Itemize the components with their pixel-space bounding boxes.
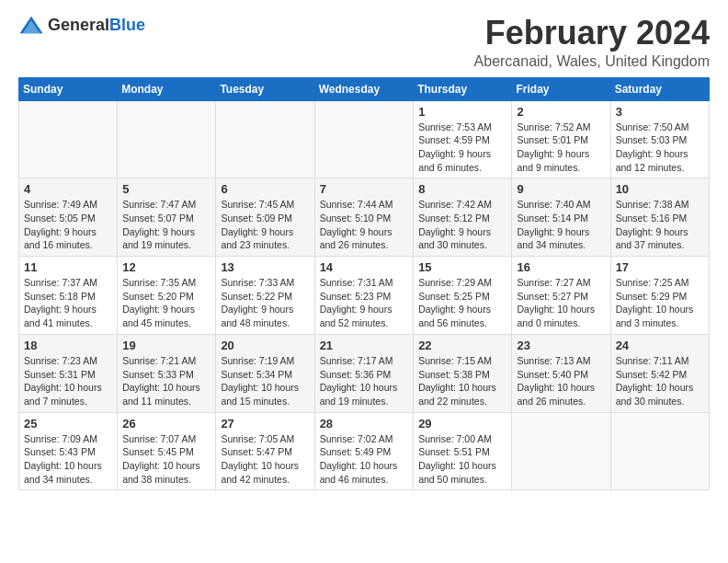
- calendar-cell: [216, 100, 314, 178]
- logo-general-text: General: [48, 16, 109, 35]
- cell-info: Sunrise: 7:00 AM Sunset: 5:51 PM Dayligh…: [418, 432, 506, 487]
- cell-info: Sunrise: 7:44 AM Sunset: 5:10 PM Dayligh…: [320, 198, 409, 252]
- day-number: 7: [320, 182, 409, 196]
- calendar-cell: 12Sunrise: 7:35 AM Sunset: 5:20 PM Dayli…: [118, 257, 216, 335]
- calendar-cell: 10Sunrise: 7:38 AM Sunset: 5:16 PM Dayli…: [610, 178, 709, 257]
- cell-info: Sunrise: 7:35 AM Sunset: 5:20 PM Dayligh…: [122, 276, 210, 330]
- day-number: 21: [320, 339, 409, 352]
- cell-info: Sunrise: 7:19 AM Sunset: 5:34 PM Dayligh…: [221, 354, 309, 408]
- month-title: February 2024: [474, 15, 710, 52]
- calendar-cell: 11Sunrise: 7:37 AM Sunset: 5:18 PM Dayli…: [19, 257, 118, 335]
- day-number: 27: [221, 417, 309, 431]
- title-block: February 2024 Abercanaid, Wales, United …: [474, 15, 710, 70]
- calendar-cell: 1Sunrise: 7:53 AM Sunset: 4:59 PM Daylig…: [414, 100, 512, 178]
- cell-info: Sunrise: 7:37 AM Sunset: 5:18 PM Dayligh…: [24, 276, 112, 330]
- cell-info: Sunrise: 7:27 AM Sunset: 5:27 PM Dayligh…: [517, 276, 605, 330]
- cell-info: Sunrise: 7:49 AM Sunset: 5:05 PM Dayligh…: [24, 198, 112, 252]
- calendar-cell: 13Sunrise: 7:33 AM Sunset: 5:22 PM Dayli…: [216, 257, 314, 335]
- cell-info: Sunrise: 7:23 AM Sunset: 5:31 PM Dayligh…: [24, 354, 112, 408]
- day-number: 22: [418, 339, 506, 352]
- calendar-cell: 3Sunrise: 7:50 AM Sunset: 5:03 PM Daylig…: [610, 100, 709, 178]
- calendar-week-row: 1Sunrise: 7:53 AM Sunset: 4:59 PM Daylig…: [19, 100, 710, 178]
- day-number: 18: [24, 339, 112, 352]
- cell-info: Sunrise: 7:38 AM Sunset: 5:16 PM Dayligh…: [616, 198, 704, 252]
- day-number: 15: [418, 260, 506, 274]
- day-number: 12: [122, 260, 210, 274]
- calendar-cell: 21Sunrise: 7:17 AM Sunset: 5:36 PM Dayli…: [314, 334, 414, 412]
- calendar-cell: 2Sunrise: 7:52 AM Sunset: 5:01 PM Daylig…: [512, 100, 610, 178]
- day-number: 13: [221, 260, 309, 274]
- calendar-cell: 9Sunrise: 7:40 AM Sunset: 5:14 PM Daylig…: [512, 178, 610, 257]
- day-number: 10: [616, 182, 704, 196]
- calendar-cell: 8Sunrise: 7:42 AM Sunset: 5:12 PM Daylig…: [414, 178, 512, 257]
- cell-info: Sunrise: 7:11 AM Sunset: 5:42 PM Dayligh…: [616, 354, 704, 408]
- cell-info: Sunrise: 7:53 AM Sunset: 4:59 PM Dayligh…: [418, 121, 506, 175]
- cell-info: Sunrise: 7:09 AM Sunset: 5:43 PM Dayligh…: [24, 432, 112, 487]
- weekday-header-sunday: Sunday: [19, 77, 118, 100]
- cell-info: Sunrise: 7:05 AM Sunset: 5:47 PM Dayligh…: [221, 432, 309, 487]
- weekday-header-tuesday: Tuesday: [216, 77, 314, 100]
- cell-info: Sunrise: 7:29 AM Sunset: 5:25 PM Dayligh…: [418, 276, 506, 330]
- calendar-cell: 19Sunrise: 7:21 AM Sunset: 5:33 PM Dayli…: [118, 334, 216, 412]
- calendar-cell: 16Sunrise: 7:27 AM Sunset: 5:27 PM Dayli…: [512, 257, 610, 335]
- calendar-cell: 29Sunrise: 7:00 AM Sunset: 5:51 PM Dayli…: [414, 412, 512, 490]
- cell-info: Sunrise: 7:40 AM Sunset: 5:14 PM Dayligh…: [517, 198, 605, 252]
- day-number: 6: [221, 182, 309, 196]
- weekday-header-wednesday: Wednesday: [314, 77, 414, 100]
- calendar-cell: 18Sunrise: 7:23 AM Sunset: 5:31 PM Dayli…: [19, 334, 118, 412]
- calendar-cell: [19, 100, 118, 178]
- calendar-week-row: 25Sunrise: 7:09 AM Sunset: 5:43 PM Dayli…: [19, 412, 710, 490]
- calendar-cell: 28Sunrise: 7:02 AM Sunset: 5:49 PM Dayli…: [314, 412, 414, 490]
- day-number: 4: [24, 182, 112, 196]
- day-number: 17: [616, 260, 704, 274]
- cell-info: Sunrise: 7:45 AM Sunset: 5:09 PM Dayligh…: [221, 198, 309, 252]
- day-number: 20: [221, 339, 309, 352]
- day-number: 28: [320, 417, 409, 431]
- calendar-week-row: 11Sunrise: 7:37 AM Sunset: 5:18 PM Dayli…: [19, 257, 710, 335]
- calendar-cell: 24Sunrise: 7:11 AM Sunset: 5:42 PM Dayli…: [610, 334, 709, 412]
- day-number: 11: [24, 260, 112, 274]
- weekday-header-friday: Friday: [512, 77, 610, 100]
- calendar-cell: 15Sunrise: 7:29 AM Sunset: 5:25 PM Dayli…: [414, 257, 512, 335]
- calendar-cell: 25Sunrise: 7:09 AM Sunset: 5:43 PM Dayli…: [19, 412, 118, 490]
- cell-info: Sunrise: 7:17 AM Sunset: 5:36 PM Dayligh…: [320, 354, 409, 408]
- calendar-cell: [610, 412, 709, 490]
- cell-info: Sunrise: 7:52 AM Sunset: 5:01 PM Dayligh…: [517, 121, 605, 175]
- day-number: 5: [122, 182, 210, 196]
- cell-info: Sunrise: 7:42 AM Sunset: 5:12 PM Dayligh…: [418, 198, 506, 252]
- cell-info: Sunrise: 7:15 AM Sunset: 5:38 PM Dayligh…: [418, 354, 506, 408]
- day-number: 1: [418, 105, 506, 119]
- calendar-cell: 23Sunrise: 7:13 AM Sunset: 5:40 PM Dayli…: [512, 334, 610, 412]
- day-number: 29: [418, 417, 506, 431]
- day-number: 24: [616, 339, 704, 352]
- day-number: 9: [517, 182, 605, 196]
- cell-info: Sunrise: 7:31 AM Sunset: 5:23 PM Dayligh…: [320, 276, 409, 330]
- calendar-cell: 7Sunrise: 7:44 AM Sunset: 5:10 PM Daylig…: [314, 178, 414, 257]
- day-number: 16: [517, 260, 605, 274]
- day-number: 23: [517, 339, 605, 352]
- page-header: GeneralBlue February 2024 Abercanaid, Wa…: [18, 15, 710, 70]
- calendar-week-row: 18Sunrise: 7:23 AM Sunset: 5:31 PM Dayli…: [19, 334, 710, 412]
- cell-info: Sunrise: 7:25 AM Sunset: 5:29 PM Dayligh…: [616, 276, 704, 330]
- weekday-header-thursday: Thursday: [414, 77, 512, 100]
- cell-info: Sunrise: 7:21 AM Sunset: 5:33 PM Dayligh…: [122, 354, 210, 408]
- day-number: 2: [517, 105, 605, 119]
- calendar-cell: [512, 412, 610, 490]
- logo-icon: [18, 15, 44, 35]
- calendar-cell: 27Sunrise: 7:05 AM Sunset: 5:47 PM Dayli…: [216, 412, 314, 490]
- calendar-cell: 26Sunrise: 7:07 AM Sunset: 5:45 PM Dayli…: [118, 412, 216, 490]
- cell-info: Sunrise: 7:47 AM Sunset: 5:07 PM Dayligh…: [122, 198, 210, 252]
- day-number: 19: [122, 339, 210, 352]
- calendar-cell: 22Sunrise: 7:15 AM Sunset: 5:38 PM Dayli…: [414, 334, 512, 412]
- weekday-header-row: SundayMondayTuesdayWednesdayThursdayFrid…: [19, 77, 710, 100]
- logo-blue-text: Blue: [109, 16, 145, 35]
- weekday-header-saturday: Saturday: [610, 77, 709, 100]
- calendar-cell: [118, 100, 216, 178]
- day-number: 8: [418, 182, 506, 196]
- cell-info: Sunrise: 7:33 AM Sunset: 5:22 PM Dayligh…: [221, 276, 309, 330]
- calendar-cell: [314, 100, 414, 178]
- location-title: Abercanaid, Wales, United Kingdom: [474, 53, 710, 70]
- calendar-cell: 5Sunrise: 7:47 AM Sunset: 5:07 PM Daylig…: [118, 178, 216, 257]
- logo: GeneralBlue: [18, 15, 145, 35]
- weekday-header-monday: Monday: [118, 77, 216, 100]
